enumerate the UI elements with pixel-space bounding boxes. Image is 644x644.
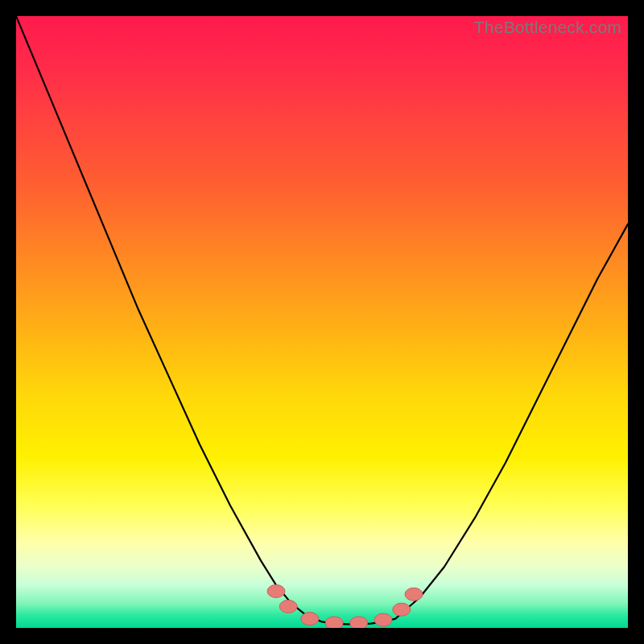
valley-marker-group: [267, 584, 423, 628]
valley-marker: [279, 600, 297, 613]
valley-marker: [393, 603, 411, 616]
valley-marker: [301, 613, 319, 625]
curve-path: [16, 16, 628, 624]
valley-marker: [350, 617, 368, 628]
chart-frame: TheBottleneck.com: [0, 0, 644, 644]
valley-marker: [267, 584, 285, 597]
bottleneck-curve: [16, 16, 628, 628]
valley-marker: [405, 588, 423, 601]
valley-marker: [374, 613, 392, 626]
valley-marker: [325, 617, 343, 628]
plot-area: TheBottleneck.com: [16, 16, 628, 628]
